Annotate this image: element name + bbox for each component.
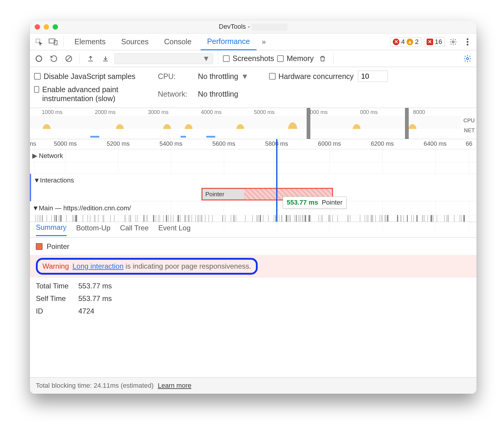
- main-thread-ticks: [30, 215, 476, 222]
- disable-js-samples-checkbox[interactable]: Disable JavaScript samples: [34, 72, 135, 81]
- total-time-row: Total Time 553.77 ms: [36, 282, 471, 290]
- record-button[interactable]: [33, 53, 45, 65]
- event-title: Pointer: [47, 242, 69, 251]
- flamechart-area[interactable]: ns 5000 ms 5200 ms 5400 ms 5600 ms 5800 …: [30, 139, 476, 222]
- detail-tab-calltree[interactable]: Call Tree: [120, 224, 149, 236]
- screenshots-checkbox[interactable]: Screenshots: [223, 54, 274, 63]
- overview-net-chart: [30, 136, 460, 138]
- console-errors-badge[interactable]: ✕ 4 ▲ 2: [390, 37, 421, 47]
- clear-icon[interactable]: [63, 53, 75, 65]
- window-title: DevTools -: [30, 23, 476, 31]
- titlebar: DevTools -: [30, 20, 476, 34]
- error-count: 4: [401, 38, 405, 46]
- overview-net-label: NET: [463, 127, 475, 134]
- interaction-tooltip: 553.77 ms Pointer: [283, 197, 346, 209]
- cpu-label: CPU:: [158, 72, 194, 81]
- pointer-swatch: [36, 243, 42, 250]
- more-tabs-icon[interactable]: »: [262, 38, 266, 46]
- more-menu-icon[interactable]: [462, 36, 474, 48]
- svg-point-3: [452, 41, 454, 43]
- timeline-ruler: ns 5000 ms 5200 ms 5400 ms 5600 ms 5800 …: [30, 139, 476, 149]
- inspect-element-icon[interactable]: [33, 36, 45, 48]
- self-time-row: Self Time 553.77 ms: [36, 294, 471, 303]
- network-label: Network:: [158, 90, 194, 98]
- detail-tab-summary[interactable]: Summary: [36, 223, 67, 236]
- summary-panel: Pointer Warning Long interaction is indi…: [30, 238, 476, 377]
- tab-sources[interactable]: Sources: [114, 34, 155, 50]
- profile-select[interactable]: ▼: [114, 53, 213, 64]
- overview-cpu-chart: [30, 116, 460, 129]
- issues-count: 16: [435, 38, 442, 46]
- reload-record-icon[interactable]: [48, 53, 60, 65]
- interactions-track[interactable]: ▼ Interactions Pointer: [30, 174, 476, 201]
- hardware-concurrency-input[interactable]: [358, 71, 388, 82]
- playhead[interactable]: [276, 139, 277, 222]
- overview-ticks: 1000 ms 2000 ms 3000 ms 4000 ms 5000 ms …: [30, 108, 476, 115]
- warning-label: Warning: [42, 262, 69, 270]
- hardware-concurrency-checkbox[interactable]: Hardware concurrency: [269, 72, 354, 81]
- chevron-right-icon: ▶: [32, 152, 37, 160]
- svg-rect-2: [54, 40, 57, 45]
- tab-performance[interactable]: Performance: [201, 34, 256, 50]
- issues-icon: ✕: [427, 39, 433, 45]
- error-icon: ✕: [393, 39, 399, 45]
- svg-point-5: [467, 41, 468, 43]
- memory-checkbox[interactable]: Memory: [277, 54, 314, 63]
- warning-band: Warning Long interaction is indicating p…: [30, 255, 476, 278]
- overview-handle-left[interactable]: [307, 108, 310, 139]
- device-toolbar-icon[interactable]: [47, 36, 59, 48]
- devtools-tabbar: Elements Sources Console Performance » ✕…: [30, 34, 476, 50]
- network-track[interactable]: ▶ Network: [30, 149, 476, 162]
- svg-point-8: [467, 57, 469, 60]
- learn-more-link[interactable]: Learn more: [158, 382, 192, 390]
- enable-paint-instrumentation-checkbox[interactable]: Enable advanced paint instrumentation (s…: [34, 85, 154, 103]
- long-interaction-link[interactable]: Long interaction: [72, 262, 123, 270]
- chevron-down-icon: ▼: [33, 177, 40, 184]
- overview-handle-right[interactable]: [405, 108, 409, 139]
- settings-gear-icon[interactable]: [447, 36, 459, 48]
- detail-tabs: Summary Bottom-Up Call Tree Event Log: [30, 222, 476, 238]
- upload-profile-icon[interactable]: [85, 53, 97, 65]
- network-throttle-select[interactable]: No throttling: [198, 90, 238, 98]
- detail-tab-eventlog[interactable]: Event Log: [158, 224, 190, 236]
- footer-bar: Total blocking time: 24.11ms (estimated)…: [30, 377, 476, 394]
- issues-badge[interactable]: ✕ 16: [424, 37, 445, 47]
- tbt-text: Total blocking time: 24.11ms (estimated): [36, 382, 154, 390]
- warning-count: 2: [415, 38, 419, 46]
- chevron-down-icon: ▼: [32, 204, 39, 212]
- id-row: ID 4724: [36, 307, 471, 315]
- tab-elements[interactable]: Elements: [68, 34, 112, 50]
- svg-point-6: [467, 44, 468, 45]
- svg-point-4: [467, 38, 468, 40]
- warning-text: is indicating poor page responsiveness.: [123, 262, 251, 270]
- capture-settings-panel: Disable JavaScript samples CPU: No throt…: [30, 67, 476, 108]
- capture-settings-icon[interactable]: [462, 53, 474, 65]
- overview-strip[interactable]: 1000 ms 2000 ms 3000 ms 4000 ms 5000 ms …: [30, 108, 476, 139]
- cpu-throttle-select[interactable]: No throttling▼: [198, 72, 249, 81]
- overview-cpu-label: CPU: [463, 118, 475, 124]
- download-profile-icon[interactable]: [100, 53, 112, 65]
- highlight-annotation: Warning Long interaction is indicating p…: [36, 258, 258, 275]
- garbage-collect-icon[interactable]: [317, 53, 329, 65]
- main-thread-track[interactable]: ▼ Main — https://edition.cnn.com/: [30, 201, 476, 215]
- record-toolbar: ▼ Screenshots Memory: [30, 50, 476, 67]
- detail-tab-bottomup[interactable]: Bottom-Up: [76, 224, 111, 236]
- warning-icon: ▲: [407, 39, 413, 45]
- tab-console[interactable]: Console: [158, 34, 198, 50]
